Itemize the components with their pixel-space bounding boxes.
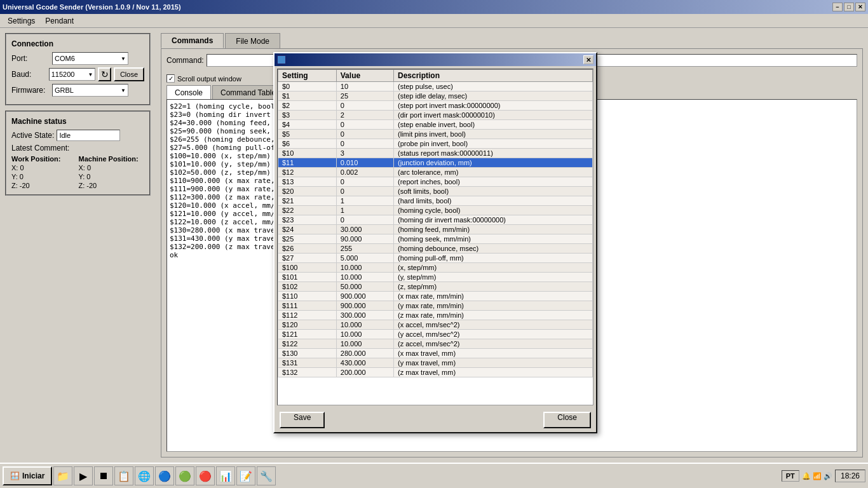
- table-row[interactable]: $2590.000(homing seek, mm/min): [278, 234, 593, 244]
- cell-description: (z accel, mm/sec^2): [394, 339, 593, 349]
- table-row[interactable]: $131430.000(y max travel, mm): [278, 358, 593, 368]
- cell-description: (report inches, bool): [394, 177, 593, 187]
- cell-setting: $112: [278, 311, 337, 320]
- table-row[interactable]: $132200.000(z max travel, mm): [278, 368, 593, 377]
- modal-footer: Save Close: [275, 408, 596, 432]
- cell-description: (probe pin invert, bool): [394, 139, 593, 149]
- cell-setting: $101: [278, 273, 337, 282]
- cell-description: (hard limits, bool): [394, 196, 593, 206]
- settings-table: Setting Value Description $010(step puls…: [278, 69, 593, 377]
- table-row[interactable]: $60(probe pin invert, bool): [278, 139, 593, 149]
- table-row[interactable]: $111900.000(y max rate, mm/min): [278, 301, 593, 311]
- cell-setting: $26: [278, 244, 337, 254]
- cell-description: (y accel, mm/sec^2): [394, 330, 593, 339]
- table-row[interactable]: $12010.000(x accel, mm/sec^2): [278, 320, 593, 330]
- table-row[interactable]: $103(status report mask:00000011): [278, 149, 593, 158]
- cell-description: (arc tolerance, mm): [394, 168, 593, 177]
- table-row[interactable]: $10010.000(x, step/mm): [278, 263, 593, 273]
- table-row[interactable]: $20(step port invert mask:00000000): [278, 101, 593, 111]
- cell-value: 50.000: [336, 282, 393, 292]
- cell-value: 200.000: [336, 368, 393, 377]
- modal-overlay: ✕ Setting Value Description $010(step pu…: [0, 0, 868, 488]
- table-row[interactable]: $010(step pulse, usec): [278, 82, 593, 92]
- cell-value: 1: [336, 206, 393, 215]
- cell-setting: $1: [278, 92, 337, 101]
- save-button[interactable]: Save: [280, 412, 325, 428]
- table-row[interactable]: $230(homing dir invert mask:00000000): [278, 215, 593, 225]
- cell-value: 900.000: [336, 301, 393, 311]
- cell-setting: $12: [278, 168, 337, 177]
- table-row[interactable]: $112300.000(z max rate, mm/min): [278, 311, 593, 320]
- table-row[interactable]: $110900.000(x max rate, mm/min): [278, 292, 593, 301]
- cell-description: (x, step/mm): [394, 263, 593, 273]
- cell-setting: $120: [278, 320, 337, 330]
- cell-description: (z max travel, mm): [394, 368, 593, 377]
- cell-description: (z, step/mm): [394, 282, 593, 292]
- cell-description: (step port invert mask:00000000): [394, 101, 593, 111]
- cell-setting: $3: [278, 111, 337, 120]
- cell-description: (homing dir invert mask:00000000): [394, 215, 593, 225]
- cell-value: 900.000: [336, 292, 393, 301]
- settings-modal: ✕ Setting Value Description $010(step pu…: [273, 52, 597, 433]
- cell-setting: $4: [278, 120, 337, 130]
- cell-description: (x accel, mm/sec^2): [394, 320, 593, 330]
- table-row[interactable]: $110.010(junction deviation, mm): [278, 158, 593, 168]
- cell-value: 0: [336, 139, 393, 149]
- cell-setting: $23: [278, 215, 337, 225]
- cell-setting: $122: [278, 339, 337, 349]
- cell-setting: $22: [278, 206, 337, 215]
- cell-value: 0.010: [336, 158, 393, 168]
- cell-setting: $10: [278, 149, 337, 158]
- table-row[interactable]: $125(step idle delay, msec): [278, 92, 593, 101]
- cell-setting: $20: [278, 187, 337, 196]
- cell-setting: $100: [278, 263, 337, 273]
- cell-description: (y max rate, mm/min): [394, 301, 593, 311]
- table-row[interactable]: $2430.000(homing feed, mm/min): [278, 225, 593, 234]
- cell-value: 25: [336, 92, 393, 101]
- cell-description: (z max rate, mm/min): [394, 311, 593, 320]
- table-row[interactable]: $120.002(arc tolerance, mm): [278, 168, 593, 177]
- table-row[interactable]: $50(limit pins invert, bool): [278, 130, 593, 139]
- table-row[interactable]: $211(hard limits, bool): [278, 196, 593, 206]
- cell-setting: $121: [278, 330, 337, 339]
- cell-value: 0: [336, 101, 393, 111]
- cell-description: (homing pull-off, mm): [394, 254, 593, 263]
- cell-setting: $131: [278, 358, 337, 368]
- cell-value: 1: [336, 196, 393, 206]
- table-row[interactable]: $26255(homing debounce, msec): [278, 244, 593, 254]
- cell-value: 10.000: [336, 330, 393, 339]
- table-row[interactable]: $12210.000(z accel, mm/sec^2): [278, 339, 593, 349]
- cell-value: 255: [336, 244, 393, 254]
- cell-value: 10.000: [336, 273, 393, 282]
- cell-setting: $11: [278, 158, 337, 168]
- cell-description: (y, step/mm): [394, 273, 593, 282]
- close-modal-button[interactable]: Close: [543, 412, 591, 428]
- table-row[interactable]: $10110.000(y, step/mm): [278, 273, 593, 282]
- cell-value: 10: [336, 82, 393, 92]
- table-row[interactable]: $32(dir port invert mask:00000010): [278, 111, 593, 120]
- cell-setting: $21: [278, 196, 337, 206]
- cell-setting: $25: [278, 234, 337, 244]
- cell-value: 0: [336, 177, 393, 187]
- table-row[interactable]: $12110.000(y accel, mm/sec^2): [278, 330, 593, 339]
- cell-setting: $102: [278, 282, 337, 292]
- cell-value: 300.000: [336, 311, 393, 320]
- table-row[interactable]: $275.000(homing pull-off, mm): [278, 254, 593, 263]
- table-row[interactable]: $40(step enable invert, bool): [278, 120, 593, 130]
- cell-description: (homing feed, mm/min): [394, 225, 593, 234]
- table-row[interactable]: $221(homing cycle, bool): [278, 206, 593, 215]
- modal-close-icon[interactable]: ✕: [583, 55, 593, 64]
- cell-value: 5.000: [336, 254, 393, 263]
- modal-title-icon: [277, 55, 288, 64]
- cell-description: (step pulse, usec): [394, 82, 593, 92]
- table-row[interactable]: $130280.000(x max travel, mm): [278, 349, 593, 358]
- table-row[interactable]: $130(report inches, bool): [278, 177, 593, 187]
- modal-icon: [277, 55, 286, 64]
- cell-description: (x max travel, mm): [394, 349, 593, 358]
- table-row[interactable]: $200(soft limits, bool): [278, 187, 593, 196]
- settings-table-wrapper[interactable]: Setting Value Description $010(step puls…: [277, 69, 593, 405]
- cell-value: 0: [336, 120, 393, 130]
- cell-value: 0: [336, 187, 393, 196]
- cell-setting: $130: [278, 349, 337, 358]
- table-row[interactable]: $10250.000(z, step/mm): [278, 282, 593, 292]
